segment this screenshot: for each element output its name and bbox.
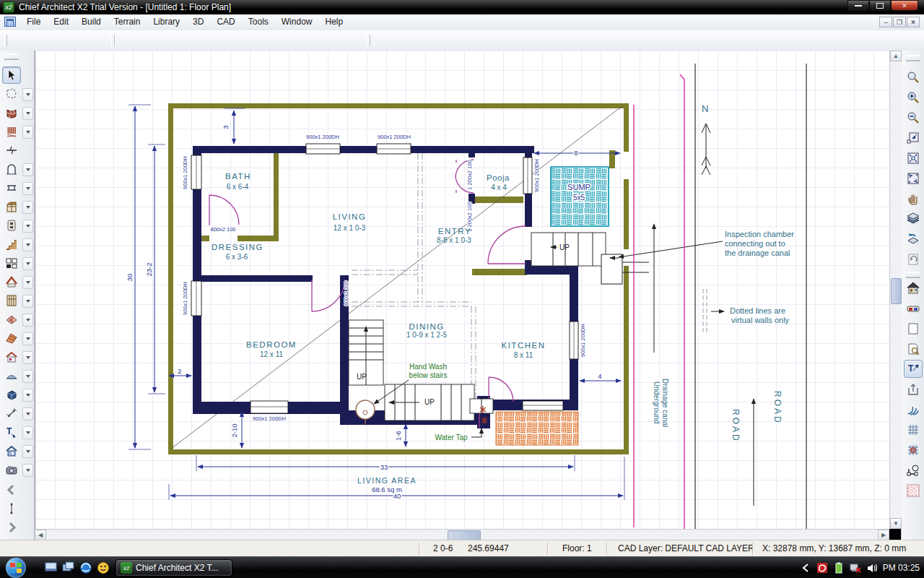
toolbar-grip[interactable] — [906, 55, 920, 61]
dimension-dropdown-icon[interactable] — [22, 257, 33, 270]
terrain-dropdown-icon[interactable] — [22, 370, 33, 383]
toolbar-forward-button[interactable] — [2, 519, 21, 536]
scroll-down-icon[interactable]: ▼ — [890, 518, 902, 529]
stairs-entry[interactable]: UP — [531, 233, 606, 266]
tool-dimension-button[interactable] — [2, 254, 21, 272]
spline-button[interactable] — [904, 400, 923, 418]
blank-sheet-button[interactable] — [904, 319, 923, 337]
menu-cad[interactable]: CAD — [210, 14, 241, 30]
camera-dropdown-icon[interactable] — [22, 464, 33, 477]
olive-partitions[interactable] — [201, 148, 527, 275]
toolbar-back-button[interactable] — [2, 481, 21, 499]
mdi-close-button[interactable]: ✕ — [907, 17, 920, 27]
zoom-out-button[interactable] — [904, 108, 923, 126]
export-button[interactable] — [904, 380, 923, 398]
drawing-canvas[interactable]: text{font-family:"Liberation Sans",sans-… — [35, 51, 889, 529]
tool-terrain-button[interactable] — [2, 367, 21, 384]
tool-text-button[interactable]: T — [2, 423, 21, 441]
zoom-in-button[interactable] — [904, 88, 923, 106]
tool-stairs-button[interactable] — [2, 236, 21, 253]
roof-plane-dropdown-icon[interactable] — [22, 332, 33, 345]
tray-expand-icon[interactable] — [800, 562, 811, 574]
walkthrough-dropdown-icon[interactable] — [22, 445, 33, 458]
clock[interactable]: PM 03:25 — [883, 563, 920, 573]
toolbar-grip[interactable] — [906, 272, 920, 278]
start-button[interactable] — [6, 558, 26, 578]
measure-dropdown-icon[interactable] — [22, 407, 33, 420]
expand-view-button[interactable] — [904, 169, 923, 187]
rotate-plan-button[interactable] — [904, 230, 923, 248]
tool-wall-break-button[interactable] — [2, 142, 21, 159]
volume-tray-icon[interactable] — [866, 562, 878, 574]
box-dropdown-icon[interactable] — [22, 389, 33, 402]
taskbar-app-button[interactable]: x2 Chief Architect X2 T... — [116, 559, 232, 577]
messenger-smiley-icon[interactable] — [97, 561, 110, 574]
scroll-up-icon[interactable]: ▲ — [890, 51, 902, 61]
scroll-left-icon[interactable]: ◀ — [35, 530, 46, 540]
tool-measure-button[interactable] — [2, 405, 21, 422]
wash-area[interactable] — [496, 412, 578, 445]
tool-3d-box-button[interactable] — [2, 386, 21, 403]
menu-window[interactable]: Window — [275, 14, 319, 30]
sump[interactable]: SUMP 5x5 — [551, 167, 609, 226]
snap-grid-button[interactable] — [904, 441, 923, 459]
tool-window-button[interactable] — [2, 179, 21, 197]
framing-dropdown-icon[interactable] — [22, 295, 33, 308]
cabinet-dropdown-icon[interactable] — [22, 201, 33, 214]
deck-dropdown-icon[interactable] — [22, 126, 33, 139]
menu-help[interactable]: Help — [318, 14, 349, 30]
vertical-scroll-thumb[interactable] — [891, 278, 902, 304]
layers-button[interactable] — [904, 210, 923, 228]
battery-tray-icon[interactable] — [833, 562, 845, 574]
tool-select-button[interactable] — [2, 66, 21, 84]
light-rays-button[interactable] — [904, 481, 923, 499]
floor-dropdown-icon[interactable] — [22, 314, 33, 327]
antivirus-tray-icon[interactable] — [816, 562, 828, 574]
inspection-chamber[interactable] — [601, 241, 723, 284]
tool-electrical-button[interactable] — [2, 217, 21, 234]
pan-button[interactable] — [904, 189, 923, 207]
restore-button[interactable] — [869, 0, 891, 11]
text-arrow-button[interactable]: T — [904, 360, 923, 378]
scroll-right-icon[interactable]: ▶ — [878, 530, 889, 540]
horizontal-scroll-thumb[interactable] — [448, 530, 481, 540]
tool-wall-button[interactable] — [2, 104, 21, 121]
stairs-dropdown-icon[interactable] — [22, 238, 33, 251]
stairs-upper[interactable]: UP — [349, 320, 383, 385]
roof-dropdown-icon[interactable] — [22, 276, 33, 289]
tool-floor-button[interactable] — [2, 311, 21, 328]
wall-dropdown-icon[interactable] — [22, 107, 33, 120]
text-dropdown-icon[interactable] — [22, 426, 33, 439]
network-tray-icon[interactable] — [850, 562, 861, 574]
dormer-dropdown-icon[interactable] — [22, 351, 33, 364]
sheet-preview-button[interactable] — [904, 340, 923, 358]
tool-deck-button[interactable] — [2, 123, 21, 140]
tool-camera-button[interactable] — [2, 461, 21, 478]
tool-roof-plane-button[interactable] — [2, 329, 21, 347]
fill-window-button[interactable] — [904, 149, 923, 167]
previous-view-button[interactable] — [904, 250, 923, 268]
toolbar-grip[interactable] — [4, 53, 19, 60]
horizontal-scrollbar[interactable]: ◀ ▶ — [35, 529, 889, 540]
floor-tools-button[interactable] — [904, 279, 923, 297]
tool-room-button[interactable] — [2, 85, 21, 103]
menu-tools[interactable]: Tools — [242, 14, 275, 30]
tool-walkthrough-button[interactable] — [2, 442, 21, 460]
minimize-button[interactable] — [847, 0, 869, 11]
menu-edit[interactable]: Edit — [47, 14, 75, 30]
3d-glasses-button[interactable] — [904, 299, 923, 317]
show-desktop-icon[interactable] — [45, 561, 58, 574]
document-icon[interactable] — [4, 17, 16, 27]
tool-framing-button[interactable] — [2, 292, 21, 309]
tool-dormer-button[interactable] — [2, 348, 21, 366]
zoom-button[interactable] — [904, 68, 923, 86]
internet-explorer-icon[interactable] — [79, 561, 92, 574]
menu-terrain[interactable]: Terrain — [108, 14, 147, 30]
menu-file[interactable]: File — [20, 14, 47, 30]
tool-roof-button[interactable] — [2, 273, 21, 290]
tool-door-button[interactable] — [2, 160, 21, 178]
electrical-dropdown-icon[interactable] — [22, 220, 33, 233]
window-switcher-icon[interactable] — [62, 561, 75, 574]
tool-cabinet-button[interactable] — [2, 198, 21, 215]
connect-cad-button[interactable] — [904, 461, 923, 479]
